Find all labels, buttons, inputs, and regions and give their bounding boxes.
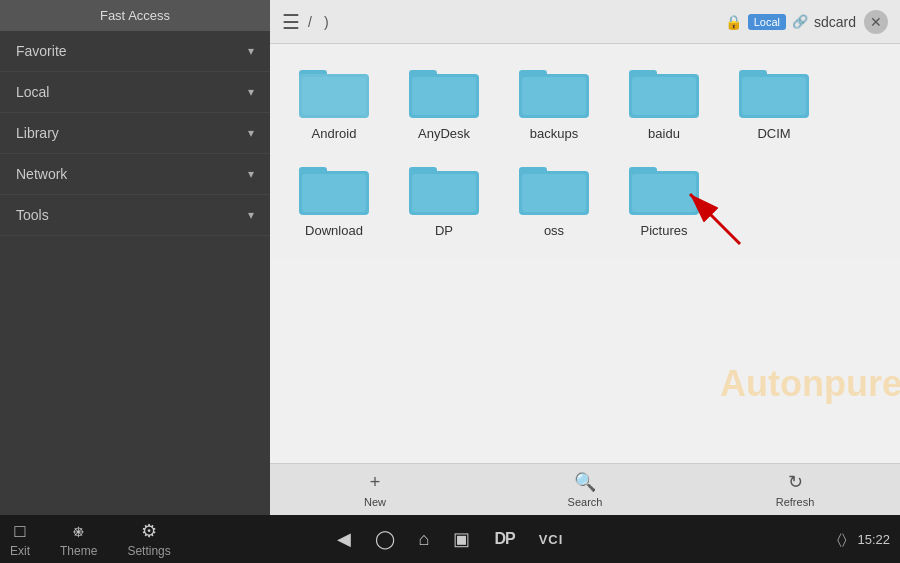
folder-icon-download (299, 161, 369, 217)
svg-rect-15 (742, 77, 806, 115)
system-bar-right: 〈〉 15:22 (597, 531, 890, 548)
system-bar-center: ◀ ◯ ⌂ ▣ DP VCI (303, 528, 596, 550)
folder-label-pictures: Pictures (641, 223, 688, 238)
folder-label-dcim: DCIM (757, 126, 790, 141)
folder-label-download: Download (305, 223, 363, 238)
close-button[interactable]: ✕ (864, 10, 888, 34)
content-toolbar: + New 🔍 Search ↻ Refresh (270, 463, 900, 515)
sidebar-item-label-tools: Tools (16, 207, 49, 223)
system-bar-left: □ Exit ⎈ Theme ⚙ Settings (10, 520, 303, 558)
folder-label-backups: backups (530, 126, 578, 141)
svg-rect-6 (412, 77, 476, 115)
file-grid-wrapper: Android AnyDesk (270, 44, 900, 463)
sidebar-item-local[interactable]: Local ▾ (0, 72, 270, 113)
sdcard-label: sdcard (814, 14, 856, 30)
folder-icon-oss (519, 161, 589, 217)
folder-android[interactable]: Android (294, 64, 374, 141)
sidebar-item-network[interactable]: Network ▾ (0, 154, 270, 195)
chevron-down-icon-local: ▾ (248, 85, 254, 99)
sidebar-item-label-favorite: Favorite (16, 43, 67, 59)
svg-rect-27 (632, 174, 696, 212)
chevron-down-icon-tools: ▾ (248, 208, 254, 222)
svg-rect-3 (302, 77, 366, 115)
folder-icon-backups (519, 64, 589, 120)
multitask-icon[interactable]: ▣ (453, 528, 470, 550)
lock-icon: 🔒 (725, 14, 742, 30)
sidebar-item-label-network: Network (16, 166, 67, 182)
folder-icon-anydesk (409, 64, 479, 120)
folder-oss[interactable]: oss (514, 161, 594, 238)
system-bar: □ Exit ⎈ Theme ⚙ Settings ◀ ◯ ⌂ ▣ DP VCI… (0, 515, 900, 563)
new-button[interactable]: + New (270, 464, 480, 515)
refresh-button[interactable]: ↻ Refresh (690, 464, 900, 515)
folder-icon-dp (409, 161, 479, 217)
theme-button[interactable]: ⎈ Theme (60, 521, 97, 558)
chevron-down-icon-library: ▾ (248, 126, 254, 140)
folder-download[interactable]: Download (294, 161, 374, 238)
folder-icon-dcim (739, 64, 809, 120)
folder-anydesk[interactable]: AnyDesk (404, 64, 484, 141)
sidebar-header: Fast Access (0, 0, 270, 31)
search-button[interactable]: 🔍 Search (480, 464, 690, 515)
theme-icon: ⎈ (73, 521, 84, 542)
back-icon[interactable]: ◀ (337, 528, 351, 550)
vci-icon[interactable]: VCI (539, 532, 564, 547)
settings-label: Settings (127, 544, 170, 558)
exit-button[interactable]: □ Exit (10, 521, 30, 558)
folder-icon-android (299, 64, 369, 120)
camera-icon[interactable]: ◯ (375, 528, 395, 550)
chevron-down-icon-network: ▾ (248, 167, 254, 181)
plus-icon: + (370, 472, 381, 493)
folder-backups[interactable]: backups (514, 64, 594, 141)
refresh-label: Refresh (776, 496, 815, 508)
new-label: New (364, 496, 386, 508)
svg-rect-9 (522, 77, 586, 115)
folder-icon-baidu (629, 64, 699, 120)
refresh-icon: ↻ (788, 471, 803, 493)
search-icon: 🔍 (574, 471, 596, 493)
folder-dp[interactable]: DP (404, 161, 484, 238)
settings-icon: ⚙ (141, 520, 157, 542)
home-icon[interactable]: ⌂ (419, 529, 430, 550)
sidebar-item-label-local: Local (16, 84, 49, 100)
folder-baidu[interactable]: baidu (624, 64, 704, 141)
sidebar-item-library[interactable]: Library ▾ (0, 113, 270, 154)
sidebar-item-label-library: Library (16, 125, 59, 141)
breadcrumb-path: / ) (308, 14, 717, 30)
content-area: ☰ / ) 🔒 Local 🔗 sdcard ✕ (270, 0, 900, 515)
local-badge: Local (748, 14, 786, 30)
folder-label-dp: DP (435, 223, 453, 238)
folder-pictures[interactable]: Pictures (624, 161, 704, 238)
settings-button[interactable]: ⚙ Settings (127, 520, 170, 558)
path-root: / (308, 14, 312, 30)
svg-rect-18 (302, 174, 366, 212)
folder-dcim[interactable]: DCIM (734, 64, 814, 141)
sidebar-item-favorite[interactable]: Favorite ▾ (0, 31, 270, 72)
exit-icon: □ (15, 521, 26, 542)
link-icon: 🔗 (792, 14, 808, 29)
sidebar-item-tools[interactable]: Tools ▾ (0, 195, 270, 236)
sidebar: Fast Access Favorite ▾ Local ▾ Library ▾… (0, 0, 270, 515)
folder-label-baidu: baidu (648, 126, 680, 141)
exit-label: Exit (10, 544, 30, 558)
location-info: 🔒 Local 🔗 sdcard (725, 14, 856, 30)
folder-icon-pictures (629, 161, 699, 217)
folder-label-oss: oss (544, 223, 564, 238)
path-close: ) (324, 14, 329, 30)
folder-label-android: Android (312, 126, 357, 141)
svg-rect-21 (412, 174, 476, 212)
watermark: Autonpure (720, 363, 900, 405)
file-grid: Android AnyDesk (270, 44, 900, 258)
chevron-down-icon-favorite: ▾ (248, 44, 254, 58)
svg-rect-12 (632, 77, 696, 115)
system-time: 15:22 (857, 532, 890, 547)
folder-label-anydesk: AnyDesk (418, 126, 470, 141)
svg-rect-24 (522, 174, 586, 212)
dp-icon[interactable]: DP (494, 530, 514, 548)
search-label: Search (568, 496, 603, 508)
menu-icon[interactable]: ☰ (282, 10, 300, 34)
theme-label: Theme (60, 544, 97, 558)
wifi-icon: 〈〉 (837, 531, 847, 548)
top-bar: ☰ / ) 🔒 Local 🔗 sdcard ✕ (270, 0, 900, 44)
